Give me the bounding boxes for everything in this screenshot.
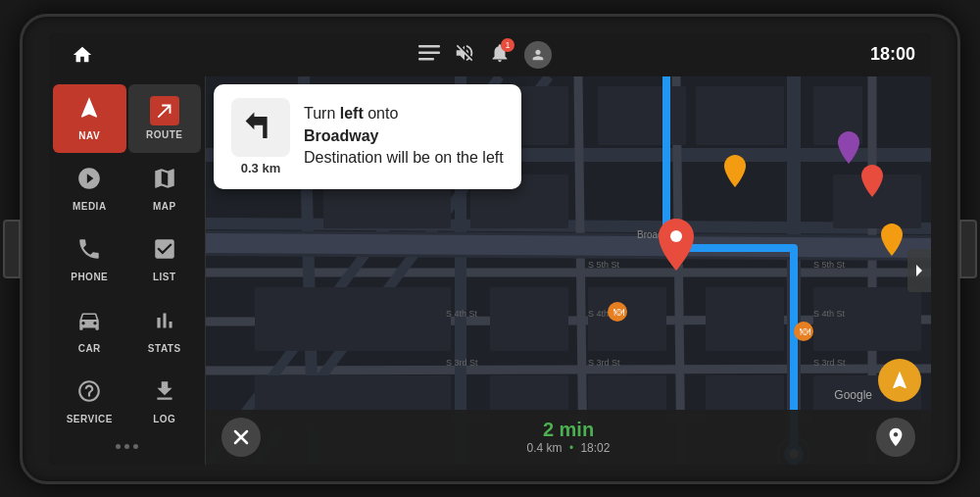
svg-text:S 3rd St: S 3rd St xyxy=(446,358,478,368)
instruction-street: Broadway xyxy=(304,125,504,147)
svg-rect-30 xyxy=(588,287,666,351)
distance-badge: 0.3 km xyxy=(241,161,280,175)
dot-1 xyxy=(116,444,121,449)
instruction-destination: Destination will be on the left xyxy=(304,149,504,166)
nav-instruction-card: 0.3 km Turn left onto Broadway Destinati… xyxy=(214,84,521,189)
nav-label: NAV xyxy=(78,130,100,141)
media-label: MEDIA xyxy=(73,201,107,212)
instruction-bold-left: left xyxy=(340,105,364,122)
user-avatar[interactable] xyxy=(524,41,552,69)
eta-separator: • xyxy=(569,441,573,455)
sidebar-item-map[interactable]: MAP xyxy=(128,155,202,224)
svg-rect-23 xyxy=(696,86,784,145)
status-center: 1 xyxy=(418,41,552,69)
turn-instruction: Turn left onto Broadway Destination will… xyxy=(304,103,504,169)
sidebar-item-nav[interactable]: NAV xyxy=(53,84,126,153)
close-navigation-button[interactable] xyxy=(221,418,261,457)
svg-text:🍽: 🍽 xyxy=(800,325,810,337)
menu-icon[interactable] xyxy=(418,45,440,65)
eta-info: 2 min 0.4 km • 18:02 xyxy=(261,419,876,455)
notification-badge: 1 xyxy=(501,38,514,52)
time-display: 18:00 xyxy=(870,44,915,65)
svg-text:S 4th St: S 4th St xyxy=(813,309,846,319)
map-area[interactable]: S 4th St S 3rd St S 5th St S 4th St S 3r… xyxy=(206,76,931,465)
route-label: ROUTE xyxy=(146,129,183,140)
svg-text:S 5th St: S 5th St xyxy=(813,260,846,270)
sidebar-item-stats[interactable]: STATS xyxy=(128,296,202,365)
sidebar-item-log[interactable]: LOG xyxy=(128,367,202,435)
eta-details: 0.4 km • 18:02 xyxy=(261,441,876,455)
mute-icon[interactable] xyxy=(454,42,475,68)
bracket-right xyxy=(959,220,977,278)
map-label: MAP xyxy=(153,201,176,212)
sidebar-item-list[interactable]: LIST xyxy=(128,225,202,294)
phone-label: PHONE xyxy=(71,272,108,282)
svg-text:S 3rd St: S 3rd St xyxy=(813,358,846,368)
turn-icon-box xyxy=(231,98,290,157)
svg-rect-1 xyxy=(418,51,440,54)
svg-rect-31 xyxy=(706,287,784,351)
turn-text: Turn left onto Broadway Destination will… xyxy=(304,103,504,169)
svg-rect-22 xyxy=(598,86,686,145)
phone-icon xyxy=(76,236,102,268)
instruction-onto: onto xyxy=(364,105,399,122)
list-label: LIST xyxy=(153,272,176,282)
sidebar-item-route[interactable]: ROUTE xyxy=(128,84,202,153)
media-icon xyxy=(76,166,102,197)
nav-grid: NAV ROUTE xyxy=(49,84,205,436)
turn-icon-container: 0.3 km xyxy=(231,98,290,175)
sidebar: NAV ROUTE xyxy=(49,76,206,465)
device-frame: 1 18:00 xyxy=(20,14,960,484)
status-left xyxy=(65,37,100,73)
screen: 1 18:00 xyxy=(49,33,931,465)
sidebar-item-phone[interactable]: PHONE xyxy=(53,225,126,294)
route-icon xyxy=(150,96,179,125)
bell-icon[interactable]: 1 xyxy=(489,42,511,68)
svg-rect-32 xyxy=(813,287,921,351)
map-icon xyxy=(152,166,177,197)
svg-rect-2 xyxy=(418,58,434,61)
svg-rect-0 xyxy=(418,45,440,48)
stats-icon xyxy=(152,308,177,339)
sidebar-item-media[interactable]: MEDIA xyxy=(53,155,126,224)
svg-line-19 xyxy=(206,243,931,248)
car-icon xyxy=(76,308,102,339)
svg-rect-29 xyxy=(490,287,568,351)
svg-rect-28 xyxy=(255,287,451,351)
dot-3 xyxy=(133,444,138,449)
bottom-nav-bar: 2 min 0.4 km • 18:02 xyxy=(206,410,931,465)
main-content: NAV ROUTE xyxy=(49,76,931,465)
svg-text:S 3rd St: S 3rd St xyxy=(588,358,620,368)
home-button[interactable] xyxy=(65,37,100,73)
stats-label: STATS xyxy=(148,343,181,354)
map-expand-button[interactable] xyxy=(907,249,931,292)
compass-button[interactable] xyxy=(878,359,921,402)
svg-point-52 xyxy=(670,230,682,242)
list-icon xyxy=(152,236,177,268)
sidebar-item-service[interactable]: SERVICE xyxy=(53,367,126,435)
car-label: CAR xyxy=(78,343,101,354)
waypoint-button[interactable] xyxy=(876,418,915,457)
status-bar: 1 18:00 xyxy=(49,33,931,76)
dots-row xyxy=(49,436,205,457)
instruction-turn: Turn xyxy=(304,105,340,122)
log-icon xyxy=(152,378,177,410)
eta-time: 18:02 xyxy=(580,441,610,455)
svg-text:S 4th St: S 4th St xyxy=(446,309,478,319)
sidebar-item-car[interactable]: CAR xyxy=(53,296,126,365)
google-badge: Google xyxy=(834,388,872,402)
eta-km: 0.4 km xyxy=(527,441,563,455)
bracket-left xyxy=(3,220,21,278)
service-icon xyxy=(76,378,102,410)
svg-text:S 5th St: S 5th St xyxy=(588,260,620,270)
dot-2 xyxy=(124,444,129,449)
log-label: LOG xyxy=(153,414,175,424)
svg-text:🍽: 🍽 xyxy=(613,306,624,318)
nav-icon xyxy=(76,95,102,126)
service-label: SERVICE xyxy=(67,414,113,424)
svg-line-12 xyxy=(578,76,583,465)
eta-minutes: 2 min xyxy=(261,419,876,441)
